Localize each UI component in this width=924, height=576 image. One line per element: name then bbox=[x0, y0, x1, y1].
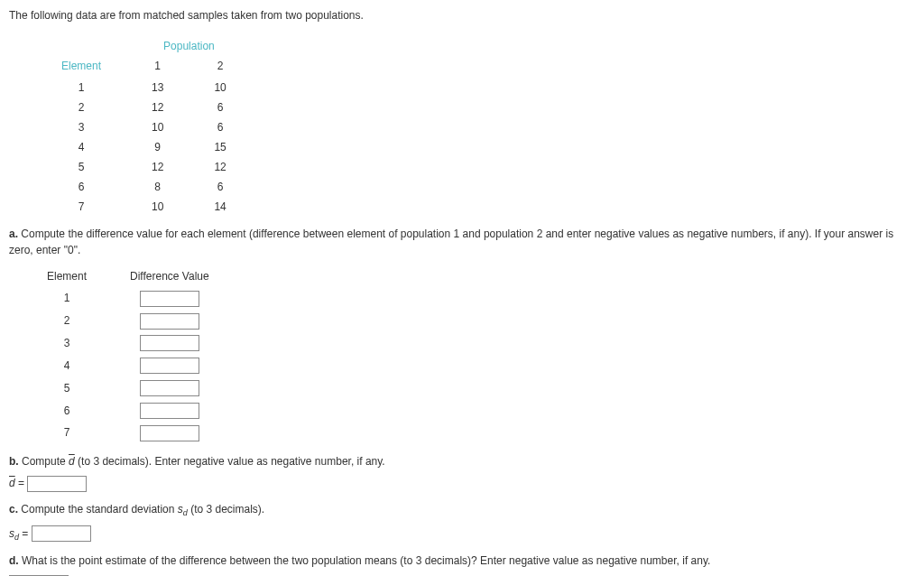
part-d-label: d. bbox=[9, 554, 19, 567]
diff-value-header: Difference Value bbox=[108, 265, 231, 287]
diff-input-5[interactable] bbox=[140, 380, 199, 396]
part-c-text-pre: Compute the standard deviation bbox=[18, 503, 178, 516]
part-b: b. Compute d (to 3 decimals). Enter nega… bbox=[9, 453, 915, 469]
d-bar-symbol-lhs: d bbox=[9, 477, 15, 489]
d-bar-input[interactable] bbox=[27, 476, 87, 492]
table-row: 7 bbox=[25, 422, 231, 444]
part-b-text-post: (to 3 decimals). Enter negative value as… bbox=[75, 455, 385, 468]
table-row: 2126 bbox=[36, 98, 252, 117]
equals-sign: = bbox=[19, 527, 28, 540]
table-row: 2 bbox=[25, 310, 231, 332]
diff-input-6[interactable] bbox=[140, 403, 199, 419]
intro-text: The following data are from matched samp… bbox=[9, 7, 915, 23]
sd-formula: sd = bbox=[9, 525, 915, 544]
table-row: 3106 bbox=[36, 117, 252, 137]
difference-table: Element Difference Value 1 2 3 4 5 6 7 bbox=[25, 265, 231, 444]
part-d: d. What is the point estimate of the dif… bbox=[9, 553, 915, 569]
d-bar-formula: d = bbox=[9, 475, 915, 492]
d-bar-symbol: d bbox=[69, 455, 75, 468]
part-c-label: c. bbox=[9, 503, 18, 516]
part-b-text-pre: Compute bbox=[19, 455, 69, 468]
part-c-text-post: (to 3 decimals). bbox=[188, 503, 264, 516]
col-2-header: 2 bbox=[189, 56, 251, 78]
part-a-label: a. bbox=[9, 228, 18, 240]
diff-element-header: Element bbox=[25, 265, 108, 287]
table-row: 51212 bbox=[36, 157, 252, 177]
table-row: 1 bbox=[25, 287, 231, 310]
part-c: c. Compute the standard deviation sd (to… bbox=[9, 501, 915, 520]
table-row: 686 bbox=[36, 177, 252, 197]
population-header: Population bbox=[126, 36, 252, 56]
table-row: 4 bbox=[25, 354, 231, 376]
table-row: 3 bbox=[25, 332, 231, 355]
equals-sign: = bbox=[15, 477, 24, 489]
table-row: 71014 bbox=[36, 197, 252, 217]
diff-input-7[interactable] bbox=[140, 425, 199, 441]
part-a: a. Compute the difference value for each… bbox=[9, 226, 915, 258]
col-1-header: 1 bbox=[126, 56, 189, 78]
part-a-text: Compute the difference value for each el… bbox=[9, 228, 893, 256]
part-d-text: What is the point estimate of the differ… bbox=[19, 554, 711, 567]
table-row: 11310 bbox=[36, 78, 252, 98]
part-b-label: b. bbox=[9, 455, 19, 468]
element-header: Element bbox=[36, 56, 126, 78]
sd-input[interactable] bbox=[32, 525, 91, 542]
diff-input-1[interactable] bbox=[140, 291, 199, 307]
diff-input-3[interactable] bbox=[140, 335, 199, 351]
sd-symbol: sd bbox=[178, 503, 188, 516]
diff-input-4[interactable] bbox=[140, 358, 199, 374]
sd-symbol-lhs: sd bbox=[9, 527, 19, 540]
table-row: 4915 bbox=[36, 137, 252, 157]
diff-input-2[interactable] bbox=[140, 313, 199, 330]
table-row: 6 bbox=[25, 399, 231, 422]
population-table: Population Element 1 2 11310 2126 3106 4… bbox=[36, 36, 252, 217]
table-row: 5 bbox=[25, 376, 231, 399]
